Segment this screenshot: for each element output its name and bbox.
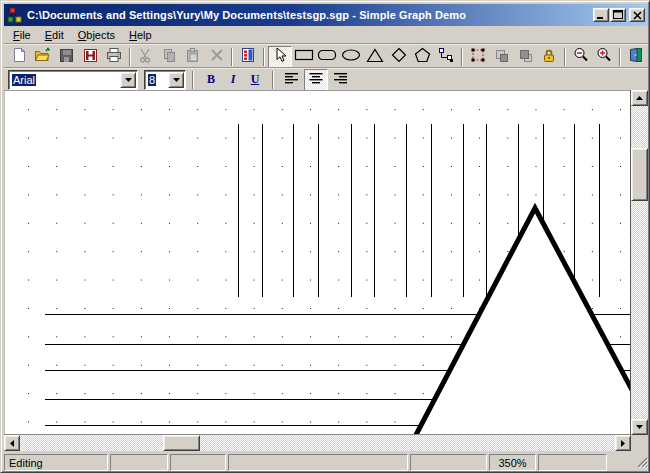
cut-scissors-icon bbox=[138, 48, 152, 66]
drawing-canvas[interactable] bbox=[4, 90, 631, 435]
status-panel bbox=[538, 454, 607, 471]
print-button[interactable] bbox=[102, 46, 126, 68]
rectangle-tool-button[interactable] bbox=[292, 46, 316, 68]
copy-button[interactable] bbox=[157, 46, 181, 68]
save-as-icon bbox=[83, 48, 98, 66]
paste-button[interactable] bbox=[181, 46, 205, 68]
toolbar-separator bbox=[272, 71, 274, 89]
save-button[interactable] bbox=[54, 46, 78, 68]
save-floppy-icon bbox=[59, 48, 74, 66]
toolbar-separator bbox=[129, 48, 131, 66]
scroll-right-button[interactable] bbox=[615, 435, 631, 451]
workspace bbox=[4, 90, 648, 451]
align-center-icon bbox=[309, 72, 323, 87]
marquee-icon bbox=[470, 47, 486, 66]
vertical-scroll-thumb[interactable] bbox=[631, 148, 648, 201]
delete-x-icon bbox=[210, 48, 224, 65]
pointer-arrow-icon bbox=[273, 47, 287, 66]
close-button[interactable] bbox=[629, 8, 645, 22]
maximize-button[interactable] bbox=[610, 8, 626, 22]
italic-button[interactable]: I bbox=[222, 70, 244, 90]
toolbar-separator bbox=[619, 48, 621, 66]
rounded-rectangle-icon bbox=[317, 48, 337, 65]
font-size-combo[interactable]: 8 bbox=[144, 70, 186, 90]
send-to-back-icon bbox=[518, 48, 533, 66]
status-mode-panel: Editing bbox=[4, 454, 108, 471]
align-left-icon bbox=[285, 72, 299, 87]
triangle-tool-button[interactable] bbox=[363, 46, 387, 68]
font-combo-dropdown-button[interactable] bbox=[120, 72, 136, 88]
pointer-tool-button[interactable] bbox=[268, 46, 292, 68]
status-panel bbox=[228, 454, 408, 471]
menu-edit[interactable]: Edit bbox=[38, 27, 71, 43]
scrollbar-corner bbox=[631, 435, 648, 451]
rounded-rectangle-tool-button[interactable] bbox=[316, 46, 340, 68]
polyline-tool-button[interactable] bbox=[434, 46, 458, 68]
horizontal-scroll-thumb[interactable] bbox=[163, 435, 200, 451]
menu-bar: File Edit Objects Help bbox=[4, 26, 648, 44]
status-panel bbox=[170, 454, 226, 471]
open-button[interactable] bbox=[31, 46, 55, 68]
app-icon bbox=[7, 7, 23, 23]
window-title: C:\Documents and Settings\Yury\My Docume… bbox=[27, 9, 592, 21]
font-name-combo[interactable]: Arial bbox=[8, 70, 138, 90]
new-file-icon bbox=[11, 47, 27, 66]
ellipse-icon bbox=[341, 48, 361, 65]
horizontal-scrollbar[interactable] bbox=[4, 435, 631, 451]
rectangle-icon bbox=[294, 48, 314, 65]
zoom-out-button[interactable] bbox=[569, 46, 593, 68]
resize-grip[interactable] bbox=[635, 455, 648, 470]
zoom-in-icon bbox=[596, 47, 612, 66]
diamond-tool-button[interactable] bbox=[387, 46, 411, 68]
toolbar-separator bbox=[192, 71, 194, 89]
align-right-button[interactable] bbox=[328, 69, 352, 91]
vertical-scrollbar[interactable] bbox=[631, 90, 648, 435]
pentagon-tool-button[interactable] bbox=[411, 46, 435, 68]
align-center-button[interactable] bbox=[304, 69, 328, 91]
send-to-back-button[interactable] bbox=[513, 46, 537, 68]
bring-to-front-icon bbox=[494, 48, 509, 66]
ellipse-tool-button[interactable] bbox=[339, 46, 363, 68]
triangle-icon bbox=[366, 48, 384, 66]
diamond-icon bbox=[391, 47, 407, 66]
cut-button[interactable] bbox=[134, 46, 158, 68]
status-bar: Editing 350% bbox=[4, 452, 648, 471]
font-size-value: 8 bbox=[148, 74, 156, 86]
format-toolbar: Arial 8 B I U bbox=[4, 68, 648, 90]
print-icon bbox=[106, 47, 122, 66]
toolbar-separator bbox=[461, 48, 463, 66]
menu-help[interactable]: Help bbox=[122, 27, 159, 43]
align-right-icon bbox=[333, 72, 347, 87]
zoom-in-button[interactable] bbox=[593, 46, 617, 68]
new-button[interactable] bbox=[7, 46, 31, 68]
title-bar: C:\Documents and Settings\Yury\My Docume… bbox=[4, 4, 648, 26]
exit-door-icon bbox=[628, 47, 644, 66]
size-combo-dropdown-button[interactable] bbox=[168, 72, 184, 88]
exit-button[interactable] bbox=[624, 46, 648, 68]
triangle-shape[interactable] bbox=[4, 90, 631, 435]
scroll-down-button[interactable] bbox=[631, 419, 648, 435]
menu-objects[interactable]: Objects bbox=[71, 27, 122, 43]
menu-file[interactable]: File bbox=[6, 27, 38, 43]
select-region-button[interactable] bbox=[466, 46, 490, 68]
app-window: C:\Documents and Settings\Yury\My Docume… bbox=[0, 0, 650, 473]
bring-to-front-button[interactable] bbox=[490, 46, 514, 68]
bold-button[interactable]: B bbox=[200, 70, 222, 90]
toolbar-separator bbox=[263, 48, 265, 66]
polyline-icon bbox=[438, 47, 454, 66]
report-button[interactable] bbox=[236, 46, 260, 68]
main-toolbar bbox=[4, 44, 648, 68]
status-panel bbox=[410, 454, 487, 471]
paste-icon bbox=[185, 48, 200, 66]
lock-button[interactable] bbox=[537, 46, 561, 68]
status-zoom-panel: 350% bbox=[489, 454, 536, 471]
align-left-button[interactable] bbox=[280, 69, 304, 91]
underline-button[interactable]: U bbox=[244, 70, 266, 90]
minimize-button[interactable] bbox=[593, 8, 609, 22]
scroll-left-button[interactable] bbox=[4, 435, 20, 451]
open-folder-icon bbox=[34, 47, 51, 66]
delete-button[interactable] bbox=[205, 46, 229, 68]
save-as-button[interactable] bbox=[78, 46, 102, 68]
toolbar-separator bbox=[564, 48, 566, 66]
scroll-up-button[interactable] bbox=[631, 90, 648, 106]
